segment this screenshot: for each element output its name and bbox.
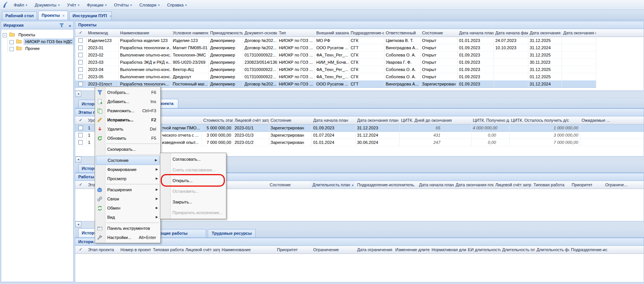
column-header[interactable]: Ответственный	[384, 29, 420, 37]
column-header[interactable]: Дата начала план.	[457, 29, 494, 37]
column-header[interactable]: Дата начала план.	[417, 181, 454, 189]
menubar-item-reports[interactable]: Отчёты▼	[111, 1, 136, 9]
grid-row[interactable]: 2023-01Разработка технологии и...Магнит …	[75, 44, 596, 51]
column-header[interactable]: Тип	[277, 29, 315, 37]
column-header[interactable]: Документ-основан	[243, 29, 277, 37]
grid-row[interactable]: 2023-02Выполнение опытно-конс...Технолог…	[75, 51, 596, 58]
tree-node-other[interactable]: Прочее	[10, 45, 73, 52]
column-header[interactable]: Внешний заказчик	[315, 29, 349, 37]
menubar-item-accounting[interactable]: Учёт▼	[64, 1, 84, 9]
tree-node-label[interactable]: НИОКР по ГОЗ без НДС	[24, 39, 73, 44]
menu-item-refresh[interactable]: Обновить F5	[95, 134, 160, 143]
column-header[interactable]: Приоритет	[275, 246, 312, 253]
column-header[interactable]: Нормативная длит	[430, 246, 466, 253]
column-header[interactable]: Принадлежность	[208, 29, 243, 37]
column-header[interactable]: Лицевой счёт затр	[184, 246, 220, 253]
column-header[interactable]: ЦИТК. Осталось получить д/с	[509, 116, 580, 124]
menu-item-settings[interactable]: Настройки... Alt+Enter	[95, 233, 160, 242]
column-header[interactable]: Подразделение-исполнитель.	[355, 181, 417, 189]
column-header[interactable]: Лицевой счёт затрат	[233, 116, 269, 124]
column-header[interactable]: Этап проекта	[86, 246, 119, 253]
row-checkbox[interactable]	[78, 67, 83, 72]
column-header[interactable]: Ограниче...	[604, 181, 644, 189]
column-header[interactable]: Длительность фак	[535, 246, 569, 253]
tab-projects[interactable]: Проекты✕	[38, 11, 68, 20]
row-checkbox[interactable]	[78, 133, 83, 137]
tree-node-label[interactable]: Проекты	[17, 32, 36, 37]
tree-checkbox[interactable]	[10, 47, 14, 51]
menu-item-formation[interactable]: Формирование ▶	[95, 165, 160, 174]
menu-item-preview[interactable]: Просмотр ▶	[95, 174, 160, 183]
menu-item-view[interactable]: Вид ▶	[95, 213, 160, 222]
column-header[interactable]: Состояние	[268, 181, 311, 189]
menubar-item-documents[interactable]: Документы▼	[31, 1, 64, 9]
row-checkbox[interactable]	[78, 74, 83, 79]
column-header[interactable]: Типовая работа	[532, 181, 570, 189]
grid-row[interactable]: Изделие123Разработка изделия 123Изделие-…	[75, 37, 596, 44]
column-header[interactable]: Стоимость этапа	[202, 116, 233, 124]
column-header[interactable]: Длительность план▼	[311, 181, 355, 189]
scroll-left-icon[interactable]: ◄	[75, 91, 81, 97]
select-all-column-header[interactable]: ✓	[75, 29, 86, 37]
menu-item-toolbar-panel[interactable]: Панель инструментов	[95, 224, 160, 233]
menu-item-add[interactable]: Добавить... Ins	[95, 97, 160, 106]
submenu-item-approve[interactable]: Согласовать...	[161, 154, 226, 165]
submenu-item-unapprove[interactable]: Снять согласование...	[161, 165, 226, 175]
menu-item-exchange[interactable]: Обмен ▶	[95, 203, 160, 213]
close-tab-icon[interactable]: ✕	[109, 15, 112, 18]
grid-row[interactable]: 2023-03Разработка ЭКД и РКД н...905-U020…	[75, 58, 596, 66]
column-header[interactable]: Наименование	[220, 246, 275, 253]
row-checkbox[interactable]	[78, 38, 83, 43]
row-checkbox[interactable]	[78, 53, 83, 57]
collapse-node-icon[interactable]: −	[3, 33, 7, 37]
column-header[interactable]: Наименование	[118, 29, 171, 37]
select-all-column-header[interactable]: ✓	[75, 116, 86, 124]
submenu-item-close[interactable]: Закрыть...	[161, 197, 226, 207]
column-header[interactable]: Номер в проекте	[119, 246, 151, 253]
menubar-item-file[interactable]: Файл▼	[10, 1, 31, 9]
column-header[interactable]: Лицевой счёт затр	[494, 181, 532, 189]
column-header[interactable]: Длительность пла	[500, 246, 535, 253]
menu-item-delete[interactable]: Удалить Del	[95, 124, 160, 134]
tab-desktop[interactable]: Рабочий стол	[2, 11, 37, 20]
column-header[interactable]: Приоритет	[570, 181, 604, 189]
column-header[interactable]: Изменение длите	[394, 246, 430, 253]
column-header[interactable]: Ожидаемые ...	[580, 116, 644, 124]
scroll-left-icon[interactable]: ◄	[75, 221, 81, 228]
column-header[interactable]: Ограничение	[312, 246, 355, 253]
column-header[interactable]: Состояние	[420, 29, 457, 37]
menu-item-duplicate[interactable]: Размножить... Ctrl+F3	[95, 106, 160, 115]
column-header[interactable]: ЕИ длительности	[466, 246, 500, 253]
tab-labor-resources[interactable]: Трудовые ресурсы	[208, 229, 256, 237]
close-tab-icon[interactable]: ✕	[62, 14, 65, 18]
row-checkbox[interactable]	[78, 45, 83, 50]
column-header[interactable]: Дата окончания ф	[562, 29, 596, 37]
tree-node-projects[interactable]: − Проекты	[3, 31, 73, 38]
submenu-item-stop[interactable]: Остановить...	[161, 186, 226, 197]
column-header[interactable]: Дата начала план	[312, 116, 355, 124]
column-header[interactable]: Мнемокод	[86, 29, 118, 37]
column-header[interactable]: Дата ограничения	[355, 246, 394, 253]
menu-item-select[interactable]: Отобрать... F6	[95, 88, 160, 97]
collapse-panel-icon[interactable]: «	[69, 22, 71, 29]
column-header[interactable]: Типовая работа	[151, 246, 184, 253]
row-checkbox[interactable]	[78, 60, 83, 65]
tab-instructions-pup[interactable]: Инструкции ПУП✕	[69, 11, 112, 20]
select-all-column-header[interactable]: ✓	[75, 246, 86, 253]
grid-row[interactable]: 2023-04Выполнение опытно-конс...Вектор-А…	[75, 66, 596, 73]
submenu-item-open[interactable]: Открыть...	[161, 175, 226, 186]
row-checkbox[interactable]	[78, 140, 83, 145]
scroll-left-icon[interactable]: ◄	[75, 157, 81, 163]
column-header[interactable]: Состояние	[269, 116, 312, 124]
menu-item-links[interactable]: Связи ▶	[95, 194, 160, 203]
menu-item-edit[interactable]: Исправить... F2	[95, 115, 160, 124]
menu-item-status[interactable]: Состояние ▶	[96, 156, 160, 165]
column-header[interactable]: Дата окончания план	[355, 116, 399, 124]
menu-item-copy[interactable]: Скопировать...	[95, 145, 160, 154]
submenu-item-terminate[interactable]: Прекратить исполнение...	[161, 207, 226, 218]
tree-node-niokr-goz[interactable]: НИОКР по ГОЗ без НДС	[10, 38, 73, 45]
tree-node-label[interactable]: Прочее	[24, 46, 41, 51]
column-header[interactable]: Дата начала факт	[494, 29, 528, 37]
row-checkbox[interactable]	[78, 126, 83, 130]
column-header[interactable]: ЦИТК. Получено д/с	[471, 116, 509, 124]
